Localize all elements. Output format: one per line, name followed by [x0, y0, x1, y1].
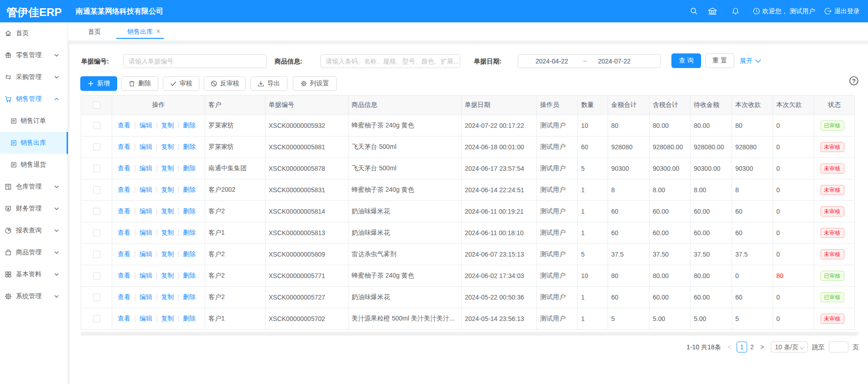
svg-text:?: ? [852, 78, 856, 84]
